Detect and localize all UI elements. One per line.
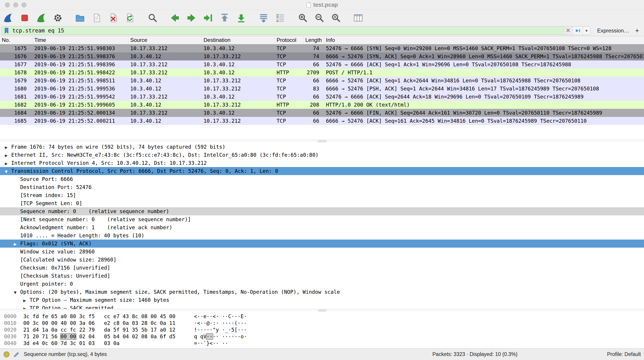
hex-row[interactable]: 002021 d4 1a 0a cc fc 22 79 da 5f 91 35 … (0, 326, 644, 333)
close-button[interactable] (5, 2, 10, 7)
go-first-button[interactable] (218, 12, 231, 24)
packet-row[interactable]: 16762019-06-19 21:25:51.99837610.3.40.12… (0, 52, 644, 60)
close-file-button[interactable] (107, 12, 120, 24)
collapse-icon[interactable]: ▼ (3, 168, 10, 176)
packet-row[interactable]: 16842019-06-19 21:25:52.00013410.17.33.2… (0, 109, 644, 117)
detail-line[interactable]: 1010 .... = Header Length: 40 bytes (10) (0, 231, 644, 240)
status-packet-counts: Packets: 3323 · Displayed: 10 (0.3%) (432, 349, 518, 360)
status-profile[interactable]: Profile: Default (607, 349, 641, 360)
packet-row[interactable]: 16852019-06-19 21:25:52.00021110.3.40.12… (0, 117, 644, 125)
go-back-button[interactable] (168, 12, 181, 24)
expand-icon[interactable]: ▶ (3, 152, 10, 160)
detail-line[interactable]: Sequence number: 0 (relative sequence nu… (0, 207, 644, 215)
zoom-button[interactable] (22, 2, 26, 7)
add-filter-button[interactable]: + (633, 27, 641, 34)
packet-cell-no: 1675 (0, 44, 32, 52)
column-header-time[interactable]: Time (32, 36, 128, 44)
detail-line[interactable]: ▼Transmission Control Protocol, Src Port… (0, 167, 644, 175)
annotation-pencil-icon[interactable] (13, 351, 20, 358)
detail-line[interactable]: Source Port: 6666 (0, 175, 644, 183)
detail-line[interactable]: [Stream index: 15] (0, 191, 644, 199)
find-icon (147, 13, 158, 23)
column-header-source[interactable]: Source (128, 36, 202, 44)
packet-cell-dst: 10.17.33.212 (202, 101, 275, 109)
zoom-out-button[interactable] (313, 12, 326, 24)
filter-input[interactable] (12, 27, 563, 35)
packet-cell-src: 10.17.33.212 (128, 68, 202, 77)
detail-text: [TCP Segment Len: 0] (20, 200, 82, 206)
expand-icon[interactable]: ▶ (3, 144, 10, 152)
expand-icon[interactable]: ▶ (21, 305, 28, 309)
display-filter-field[interactable]: ✕ ▾ (1, 26, 590, 35)
packet-cell-proto: TCP (275, 60, 304, 68)
go-forward-button[interactable] (185, 12, 198, 24)
filter-bookmark-icon[interactable] (2, 27, 12, 35)
detail-line[interactable]: ▶Internet Protocol Version 4, Src: 10.3.… (0, 159, 644, 167)
detail-line[interactable]: [Checksum Status: Unverified] (0, 272, 644, 280)
packet-cell-proto: TCP (275, 77, 304, 85)
detail-line[interactable]: ▼Options: (20 bytes), Maximum segment si… (0, 288, 644, 296)
hex-row[interactable]: 003071 20 71 56 00 00 02 04 05 b4 04 02 … (0, 333, 644, 340)
detail-line[interactable]: ▶TCP Option – Maximum segment size: 1460… (0, 296, 644, 304)
packet-row[interactable]: 16812019-06-19 21:25:51.99954210.17.33.2… (0, 93, 644, 101)
packet-list-pane: No. Time Source Destination Protocol Len… (0, 36, 644, 140)
detail-line[interactable]: ▶Flags: 0x012 (SYN, ACK) (0, 240, 644, 248)
packet-row[interactable]: 16822019-06-19 21:25:51.99960510.3.40.12… (0, 101, 644, 109)
save-file-button[interactable] (90, 12, 103, 24)
column-header-protocol[interactable]: Protocol (275, 36, 304, 44)
collapse-icon[interactable]: ▼ (12, 289, 19, 297)
auto-scroll-button[interactable] (257, 12, 270, 24)
start-capture-button[interactable] (2, 12, 14, 24)
detail-line[interactable]: Window size value: 28960 (0, 248, 644, 256)
open-file-button[interactable] (74, 12, 86, 24)
capture-options-button[interactable] (52, 12, 64, 24)
packet-row[interactable]: 16752019-06-19 21:25:51.99830310.17.33.2… (0, 44, 644, 52)
detail-line[interactable]: Acknowledgment number: 1 (relative ack n… (0, 223, 644, 231)
hex-row[interactable]: 00403d e4 0c 60 7d 3c 01 03 03 0a =··`}<… (0, 340, 644, 347)
expand-icon[interactable]: ▶ (21, 297, 28, 305)
colorize-button[interactable] (274, 12, 286, 24)
zoom-reset-button[interactable] (330, 12, 342, 24)
expression-button[interactable]: Expression… (597, 27, 629, 34)
detail-line[interactable]: [Next sequence number: 0 (relative seque… (0, 215, 644, 223)
detail-line[interactable]: Checksum: 0x7156 [unverified] (0, 264, 644, 272)
packet-cell-dst: 10.3.40.12 (202, 60, 275, 68)
detail-line[interactable]: Urgent pointer: 0 (0, 280, 644, 288)
column-header-no[interactable]: No. (0, 36, 32, 44)
expand-icon[interactable]: ▶ (12, 240, 19, 248)
stop-capture-button[interactable] (18, 12, 31, 24)
packet-list-splitter[interactable] (0, 140, 644, 142)
column-header-destination[interactable]: Destination (202, 36, 275, 44)
column-header-length[interactable]: Length (304, 36, 324, 44)
detail-line[interactable]: ▶TCP Option – SACK permitted (0, 304, 644, 309)
detail-line[interactable]: ▶Frame 1676: 74 bytes on wire (592 bits)… (0, 143, 644, 151)
resize-columns-button[interactable] (352, 12, 364, 24)
packet-row[interactable]: 16772019-06-19 21:25:51.99839610.17.33.2… (0, 60, 644, 68)
packet-cell-no: 1676 (0, 52, 32, 60)
reload-file-button[interactable] (124, 12, 136, 24)
filter-clear-icon[interactable]: ✕ (563, 27, 573, 35)
packet-row[interactable]: 16782019-06-19 21:25:51.99842210.17.33.2… (0, 68, 644, 77)
restart-capture-button[interactable] (35, 12, 48, 24)
expert-info-icon[interactable] (4, 352, 10, 357)
hex-row[interactable]: 00003c fd fe 65 a0 80 3c f5 cc e7 43 8c … (0, 313, 644, 320)
minimize-button[interactable] (13, 2, 18, 7)
details-splitter[interactable] (0, 309, 644, 312)
detail-line[interactable]: [Calculated window size: 28960] (0, 256, 644, 264)
hex-offset: 0020 (4, 326, 23, 333)
find-packet-button[interactable] (146, 12, 159, 24)
packet-row[interactable]: 16792019-06-19 21:25:51.99851110.3.40.12… (0, 77, 644, 85)
detail-line[interactable]: Destination Port: 52476 (0, 183, 644, 191)
column-header-info[interactable]: Info (324, 36, 644, 44)
filter-dropdown-icon[interactable]: ▾ (582, 27, 590, 35)
packet-row[interactable]: 16802019-06-19 21:25:51.99953610.3.40.12… (0, 85, 644, 93)
packet-cell-proto: TCP (275, 52, 304, 60)
filter-apply-icon[interactable] (573, 27, 582, 35)
detail-line[interactable]: ▶Ethernet II, Src: NewH3CTe_e7:43:8c (3c… (0, 151, 644, 159)
expand-icon[interactable]: ▶ (3, 160, 10, 168)
go-last-button[interactable] (235, 12, 248, 24)
detail-line[interactable]: [TCP Segment Len: 0] (0, 199, 644, 207)
go-to-packet-button[interactable] (202, 12, 214, 24)
hex-row[interactable]: 001000 3c 00 00 40 00 3a 06 e2 c8 0a 03 … (0, 320, 644, 326)
zoom-in-button[interactable] (296, 12, 309, 24)
